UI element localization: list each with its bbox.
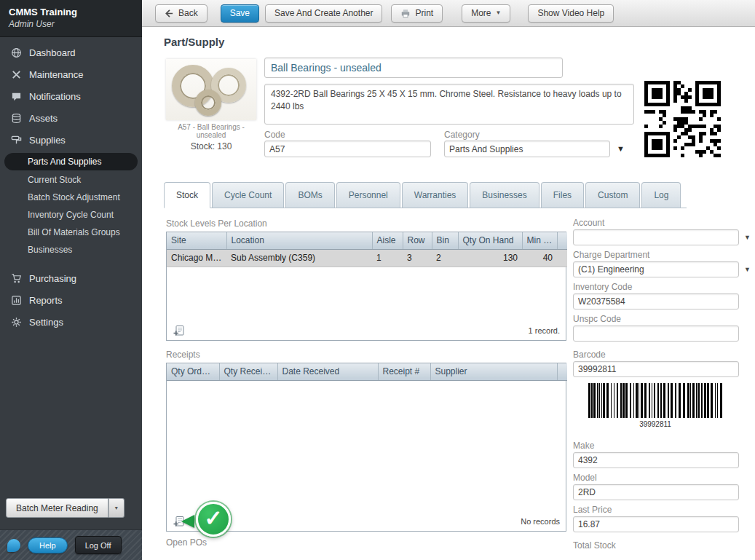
total-stock-label: Total Stock: [573, 541, 755, 550]
sidebar-subitem-parts-and-supplies[interactable]: Parts And Supplies: [4, 153, 138, 170]
model-input[interactable]: [573, 484, 739, 500]
sidebar-item-assets[interactable]: Assets: [0, 107, 142, 129]
column-header-location[interactable]: Location: [226, 232, 372, 249]
part-details-panel: Account ▼ Charge Department ▼ Inventory …: [573, 218, 755, 552]
record-count: No records: [521, 517, 560, 526]
save-button[interactable]: Save: [221, 4, 259, 23]
sidebar-item-notifications[interactable]: Notifications: [0, 85, 142, 107]
charge-department-label: Charge Department: [573, 251, 755, 259]
unspc-code-input[interactable]: [573, 326, 739, 342]
open-pos-section-label: Open POs: [166, 537, 566, 548]
part-description-input[interactable]: 4392-2RD Ball Bearings 25 X 45 X 15 mm. …: [264, 84, 634, 125]
tab-files[interactable]: Files: [541, 182, 584, 208]
save-and-create-another-button[interactable]: Save And Create Another: [265, 4, 382, 23]
add-record-icon[interactable]: [173, 516, 185, 528]
part-image-block: A57 - Ball Bearings - unsealed Stock: 13…: [166, 59, 256, 151]
column-header-site[interactable]: Site: [167, 232, 226, 249]
supplies-submenu: Parts And Supplies Current Stock Batch S…: [0, 151, 142, 261]
code-label: Code: [264, 130, 285, 140]
chevron-down-icon[interactable]: ▼: [744, 234, 751, 241]
notifications-icon: [10, 90, 22, 102]
chevron-down-icon[interactable]: ▼: [617, 144, 625, 153]
tab-log[interactable]: Log: [641, 182, 681, 208]
column-header-qty-on-hand[interactable]: Qty On Hand: [458, 232, 522, 249]
column-header-min-qty[interactable]: Min Qty: [522, 232, 557, 249]
unspc-code-label: Unspc Code: [573, 315, 755, 323]
code-input[interactable]: [264, 141, 431, 157]
record-count: 1 record.: [529, 326, 560, 335]
part-name-input[interactable]: [264, 58, 563, 78]
help-bubble-icon: [7, 539, 20, 552]
column-header-bin[interactable]: Bin: [432, 232, 458, 249]
add-record-icon[interactable]: [173, 325, 185, 337]
sidebar-item-label: Supplies: [29, 135, 66, 146]
tab-warranties[interactable]: Warranties: [402, 182, 469, 208]
charge-department-input[interactable]: [573, 261, 739, 277]
sidebar-item-label: Purchasing: [29, 273, 76, 284]
sidebar: CMMS Training Admin User Dashboard Maint…: [0, 0, 142, 560]
last-price-input[interactable]: [573, 516, 739, 532]
maintenance-icon: [10, 68, 22, 80]
stock-levels-grid-footer: 1 record.: [167, 321, 566, 340]
tab-custom[interactable]: Custom: [585, 182, 640, 208]
barcode-image: [586, 383, 724, 418]
column-header-qty-ordered[interactable]: Qty Ordered: [167, 363, 219, 380]
sidebar-subitem-batch-stock-adjustment[interactable]: Batch Stock Adjustment: [0, 189, 142, 206]
show-video-help-button[interactable]: Show Video Help: [528, 4, 614, 23]
barcode-input[interactable]: [573, 361, 739, 377]
tab-bar: Stock Cycle Count BOMs Personnel Warrant…: [164, 182, 687, 208]
sidebar-item-label: Assets: [29, 113, 58, 124]
sidebar-subitem-current-stock[interactable]: Current Stock: [0, 171, 142, 189]
print-button[interactable]: Print: [391, 4, 443, 23]
reports-icon: [10, 294, 22, 306]
sidebar-item-label: Notifications: [29, 91, 81, 102]
part-stock-label: Stock: 130: [166, 141, 256, 151]
chevron-down-icon[interactable]: ▼: [744, 266, 751, 273]
tab-stock[interactable]: Stock: [164, 182, 210, 208]
log-off-button[interactable]: Log Off: [75, 536, 122, 554]
cell-min-qty: 40: [522, 249, 557, 267]
help-button[interactable]: Help: [28, 537, 68, 553]
main-content: Part/Supply A57 - Ball Bearings - unseal…: [142, 27, 755, 560]
column-header-filler: [557, 363, 567, 380]
receipts-grid: Qty Ordered Qty Received Date Received R…: [166, 363, 566, 532]
make-input[interactable]: [573, 452, 739, 468]
sidebar-item-label: Dashboard: [29, 47, 76, 58]
column-header-row[interactable]: Row: [403, 232, 432, 249]
back-button[interactable]: Back: [155, 4, 207, 23]
batch-meter-reading-split-button: Batch Meter Reading ▾: [6, 498, 124, 518]
column-header-aisle[interactable]: Aisle: [372, 232, 403, 249]
batch-meter-reading-dropdown[interactable]: ▾: [108, 498, 124, 518]
column-header-date-received[interactable]: Date Received: [277, 363, 378, 380]
category-input[interactable]: [444, 141, 610, 157]
sidebar-item-maintenance[interactable]: Maintenance: [0, 63, 142, 85]
tab-cycle-count[interactable]: Cycle Count: [212, 182, 284, 208]
sidebar-item-purchasing[interactable]: Purchasing: [0, 267, 142, 289]
grid-header-row: Qty Ordered Qty Received Date Received R…: [167, 363, 567, 380]
stock-tab-panel: Stock Levels Per Location Site Location …: [166, 218, 566, 551]
more-button[interactable]: More ▼: [462, 4, 510, 23]
table-row[interactable]: Chicago Ma... Sub Assembly (C359) 1 3 2 …: [167, 249, 567, 267]
batch-meter-reading-button[interactable]: Batch Meter Reading: [6, 498, 108, 518]
sidebar-item-settings[interactable]: Settings: [0, 311, 142, 333]
supplies-icon: [10, 134, 22, 146]
column-header-receipt-number[interactable]: Receipt #: [378, 363, 430, 380]
tab-boms[interactable]: BOMs: [285, 182, 334, 208]
sidebar-item-supplies[interactable]: Supplies: [0, 129, 142, 151]
part-image: [166, 59, 256, 120]
sidebar-item-reports[interactable]: Reports: [0, 289, 142, 311]
sidebar-item-label: Reports: [29, 295, 63, 306]
tab-businesses[interactable]: Businesses: [470, 182, 539, 208]
sidebar-subitem-inventory-cycle-count[interactable]: Inventory Cycle Count: [0, 206, 142, 224]
barcode-label: Barcode: [573, 350, 755, 359]
sidebar-subitem-bill-of-materials-groups[interactable]: Bill Of Materials Groups: [0, 224, 142, 241]
account-input[interactable]: [573, 229, 739, 245]
tab-personnel[interactable]: Personnel: [336, 182, 400, 208]
inventory-code-input[interactable]: [573, 293, 739, 309]
receipts-grid-footer: No records: [167, 512, 566, 531]
sidebar-item-dashboard[interactable]: Dashboard: [0, 42, 142, 63]
sidebar-subitem-businesses[interactable]: Businesses: [0, 241, 142, 259]
column-header-supplier[interactable]: Supplier: [430, 363, 557, 380]
sidebar-item-label: Settings: [29, 317, 63, 328]
column-header-qty-received[interactable]: Qty Received: [219, 363, 277, 380]
